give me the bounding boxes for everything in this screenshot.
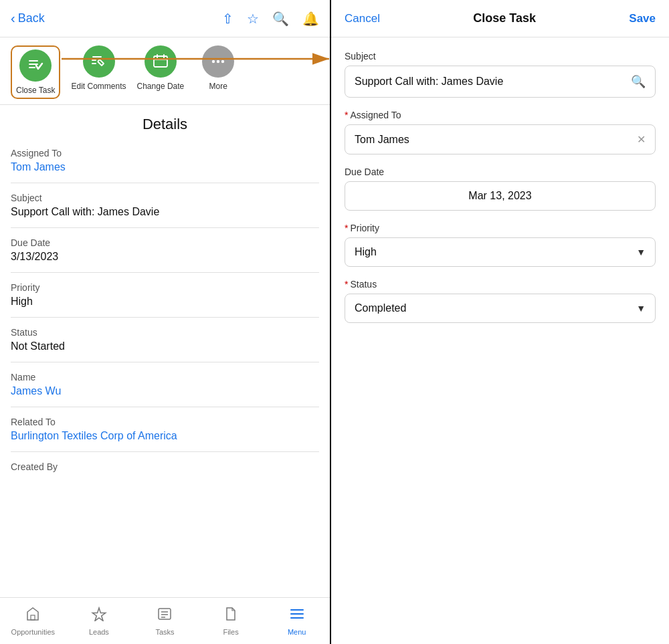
due-date-group: Due Date Mar 13, 2023: [345, 167, 656, 211]
name-value[interactable]: James Wu: [11, 385, 319, 397]
action-bar: Close Task Edit Comments: [0, 37, 330, 105]
files-icon: [223, 607, 239, 625]
due-date-value: Mar 13, 2023: [468, 190, 531, 202]
more-icon-circle: [202, 45, 234, 78]
cancel-button[interactable]: Cancel: [345, 12, 380, 25]
tab-bar: Opportunities Leads Tasks: [0, 597, 330, 644]
back-label: Back: [18, 11, 45, 25]
assigned-to-clear-icon[interactable]: ✕: [637, 133, 646, 146]
close-task-icon-circle: [19, 49, 52, 82]
tab-tasks[interactable]: Tasks: [132, 598, 198, 644]
back-button[interactable]: ‹ Back: [11, 11, 45, 26]
change-date-icon-circle: [145, 45, 177, 78]
tab-files[interactable]: Files: [198, 598, 264, 644]
related-to-value[interactable]: Burlington Textiles Corp of America: [11, 430, 319, 442]
more-action[interactable]: More: [195, 45, 242, 91]
due-date-label: Due Date: [11, 237, 319, 248]
priority-form-label: * Priority: [345, 223, 656, 233]
due-date-value: 3/13/2023: [11, 251, 319, 263]
opportunities-icon: [25, 607, 41, 625]
edit-comments-action[interactable]: Edit Comments: [71, 45, 126, 91]
svg-rect-1: [29, 64, 38, 65]
priority-selected-value: High: [355, 246, 377, 258]
close-task-label: Close Task: [16, 86, 55, 95]
nav-bar: ‹ Back ⇧ ☆ 🔍 🔔: [0, 0, 330, 37]
left-panel: ‹ Back ⇧ ☆ 🔍 🔔 Close Task: [0, 0, 331, 644]
search-icon[interactable]: 🔍: [272, 11, 289, 27]
edit-comments-label: Edit Comments: [71, 82, 126, 91]
detail-row-due-date: Due Date 3/13/2023: [11, 228, 319, 273]
priority-select[interactable]: High ▼: [345, 237, 656, 267]
svg-point-9: [217, 60, 219, 63]
tab-menu[interactable]: Menu: [264, 598, 330, 644]
edit-comments-icon-circle: [83, 45, 115, 78]
assigned-to-form-label: * Assigned To: [345, 110, 656, 120]
form-body: Subject 🔍 * Assigned To ✕ Due Date: [331, 37, 669, 336]
priority-group: * Priority High ▼: [345, 223, 656, 267]
created-by-label: Created By: [11, 461, 319, 472]
back-chevron-icon: ‹: [11, 11, 15, 26]
status-selected-value: Completed: [355, 302, 406, 314]
detail-row-subject: Subject Support Call with: James Davie: [11, 183, 319, 228]
close-task-svg-icon: [27, 57, 44, 74]
svg-rect-11: [31, 615, 35, 620]
change-date-action[interactable]: Change Date: [137, 45, 185, 91]
priority-label: Priority: [11, 282, 319, 293]
name-label: Name: [11, 372, 319, 383]
priority-chevron-icon: ▼: [636, 247, 646, 257]
due-date-input[interactable]: Mar 13, 2023: [345, 181, 656, 211]
bell-icon[interactable]: 🔔: [302, 11, 319, 27]
right-panel: Cancel Close Task Save Subject 🔍 * Assig…: [331, 0, 669, 644]
menu-label: Menu: [288, 628, 306, 636]
due-date-form-label: Due Date: [345, 167, 656, 177]
nav-icons: ⇧ ☆ 🔍 🔔: [222, 11, 319, 27]
subject-input[interactable]: 🔍: [345, 66, 656, 98]
leads-icon: [91, 607, 107, 625]
detail-row-created-by: Created By: [11, 452, 319, 484]
share-icon[interactable]: ⇧: [222, 11, 233, 27]
status-select[interactable]: Completed ▼: [345, 294, 656, 323]
detail-row-assigned-to: Assigned To Tom James: [11, 138, 319, 183]
assigned-to-text-input[interactable]: [355, 134, 637, 146]
status-required-marker: *: [345, 279, 348, 290]
subject-search-icon: 🔍: [631, 74, 646, 89]
details-title: Details: [0, 105, 330, 138]
assigned-to-required-marker: *: [345, 110, 348, 120]
assigned-to-group: * Assigned To ✕: [345, 110, 656, 154]
detail-rows: Assigned To Tom James Subject Support Ca…: [0, 138, 330, 597]
svg-rect-3: [92, 56, 102, 58]
tasks-icon: [157, 607, 173, 625]
svg-rect-0: [29, 60, 38, 62]
subject-value: Support Call with: James Davie: [11, 206, 319, 218]
tab-opportunities[interactable]: Opportunities: [0, 598, 66, 644]
edit-comments-svg-icon: [90, 53, 108, 70]
assigned-to-input[interactable]: ✕: [345, 124, 656, 154]
svg-point-8: [212, 60, 215, 63]
files-label: Files: [223, 628, 238, 636]
assigned-to-value[interactable]: Tom James: [11, 161, 319, 173]
status-label: Status: [11, 327, 319, 338]
detail-row-related-to: Related To Burlington Textiles Corp of A…: [11, 407, 319, 452]
right-panel-title: Close Task: [473, 11, 536, 25]
subject-text-input[interactable]: [355, 76, 631, 88]
svg-rect-4: [154, 56, 167, 67]
star-icon[interactable]: ☆: [247, 11, 259, 27]
opportunities-label: Opportunities: [11, 628, 55, 636]
right-header: Cancel Close Task Save: [331, 0, 669, 37]
priority-value: High: [11, 296, 319, 308]
close-task-action[interactable]: Close Task: [11, 45, 60, 99]
change-date-label: Change Date: [137, 82, 185, 91]
status-chevron-icon: ▼: [636, 303, 646, 314]
status-value: Not Started: [11, 340, 319, 352]
svg-point-10: [221, 60, 224, 63]
more-label: More: [209, 82, 227, 91]
status-form-label: * Status: [345, 279, 656, 290]
more-svg-icon: [209, 53, 227, 70]
tasks-label: Tasks: [155, 628, 174, 636]
related-to-label: Related To: [11, 417, 319, 427]
tab-leads[interactable]: Leads: [66, 598, 132, 644]
svg-rect-2: [29, 67, 35, 68]
subject-label: Subject: [11, 193, 319, 203]
save-button[interactable]: Save: [629, 12, 656, 25]
priority-required-marker: *: [345, 223, 348, 233]
